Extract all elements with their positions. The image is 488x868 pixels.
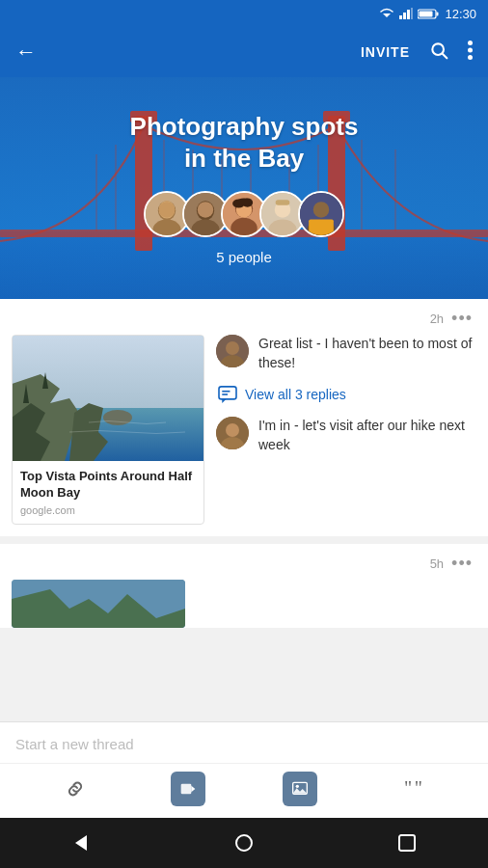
status-icons [379,8,439,19]
svg-rect-3 [407,10,410,19]
svg-text:": " [415,779,422,799]
svg-rect-74 [180,784,191,795]
app-bar-right: INVITE [361,41,473,65]
svg-rect-49 [276,200,290,205]
thread-time-2: 5h [430,556,444,571]
svg-marker-75 [191,786,195,793]
nav-home-icon [234,833,254,853]
search-icon[interactable] [429,41,448,65]
comment-1: Great list - I haven't been to most of t… [216,335,476,372]
svg-marker-78 [293,788,308,793]
invite-button[interactable]: INVITE [361,44,410,60]
image-action-button[interactable] [283,772,317,806]
signal-icon [399,8,413,19]
thread-header-2: 5h ••• [0,544,488,580]
svg-rect-83 [399,835,415,851]
hero-section: Photography spotsin the Bay [0,77,488,299]
wifi-icon [379,8,394,19]
view-replies-row[interactable]: View all 3 replies [216,386,476,403]
battery-icon [418,9,439,19]
people-count: 5 people [216,249,272,265]
avatar-5 [298,191,344,237]
svg-rect-53 [309,220,334,237]
comment-2: I'm in - let's visit after our hike next… [216,417,476,454]
thread-body-1: Top Vista Points Around Half Moon Bay go… [0,335,488,536]
link-action-button[interactable] [58,772,93,806]
nav-back-icon [71,833,91,853]
back-button[interactable]: ← [15,40,37,65]
nav-recent-button[interactable] [383,819,431,867]
link-preview-domain: google.com [20,504,196,516]
svg-point-82 [236,835,252,851]
image-icon [292,779,308,799]
nav-back-button[interactable] [57,819,105,867]
link-preview[interactable]: Top Vista Points Around Half Moon Bay go… [12,335,204,525]
svg-text:": " [404,779,412,799]
avatars-row [144,191,344,237]
video-action-button[interactable] [171,772,205,806]
svg-rect-6 [437,12,439,15]
comment-text-2: I'm in - let's visit after our hike next… [258,417,476,454]
status-time: 12:30 [445,7,476,21]
link-preview-text-area: Top Vista Points Around Half Moon Bay go… [13,461,203,524]
svg-point-51 [313,202,330,218]
thread-comments: Great list - I haven't been to most of t… [216,335,476,525]
chat-icon [218,386,237,403]
svg-point-70 [226,423,239,437]
app-bar: ← INVITE [0,27,488,77]
svg-point-38 [198,202,214,218]
composer-actions: " " [0,763,488,818]
svg-rect-4 [411,8,413,19]
svg-marker-0 [383,14,391,17]
hero-content: Photography spotsin the Bay [130,111,359,265]
view-replies-button[interactable]: View all 3 replies [245,387,346,402]
svg-point-61 [103,410,132,425]
link-preview-image [13,336,203,461]
comment-text-1: Great list - I haven't been to most of t… [258,335,476,372]
composer-placeholder[interactable]: Start a new thread [15,736,134,752]
comment-avatar-1 [216,335,249,367]
more-options-icon[interactable] [468,41,473,65]
video-icon [180,780,196,798]
svg-rect-65 [219,387,236,399]
thread-header-1: 2h ••• [0,299,488,335]
svg-rect-7 [420,11,433,16]
svg-point-34 [159,202,176,218]
svg-point-77 [296,785,299,788]
nav-recent-icon [397,833,417,853]
svg-point-45 [237,199,252,205]
app-bar-left: ← [15,40,37,65]
svg-point-11 [468,47,473,52]
svg-marker-81 [75,835,87,851]
quote-action-button[interactable]: " " [395,772,430,806]
svg-rect-2 [403,13,406,19]
thread-more-1[interactable]: ••• [451,309,473,329]
hero-title: Photography spotsin the Bay [130,111,359,174]
link-icon [64,777,87,800]
thread-card-2: 5h ••• [0,544,488,628]
nav-home-button[interactable] [220,819,268,867]
composer-input-area[interactable]: Start a new thread [0,722,488,763]
link-preview-card[interactable]: Top Vista Points Around Half Moon Bay go… [12,335,204,525]
thread-card-1: 2h ••• [0,299,488,536]
svg-rect-1 [399,15,402,19]
status-bar: 12:30 [0,0,488,27]
thread-time-1: 2h [430,312,444,326]
thread-more-2[interactable]: ••• [451,554,473,574]
nav-bar [0,818,488,868]
composer: Start a new thread " " [0,721,488,818]
comment-avatar-2 [216,417,249,449]
svg-point-10 [468,41,473,45]
svg-line-9 [443,53,447,58]
svg-point-63 [226,341,239,355]
link-preview-title: Top Vista Points Around Half Moon Bay [20,469,196,502]
svg-point-12 [468,55,473,60]
quote-icon: " " [402,779,423,799]
